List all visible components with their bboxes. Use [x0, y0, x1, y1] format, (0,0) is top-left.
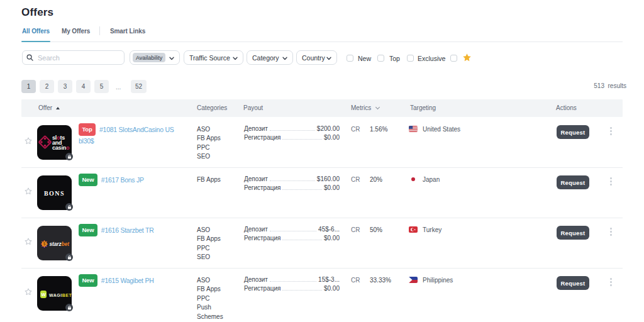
svg-text:$: $ [43, 242, 46, 247]
svg-text:casino: casino [52, 145, 70, 151]
svg-text:starzbet: starzbet [50, 242, 70, 247]
